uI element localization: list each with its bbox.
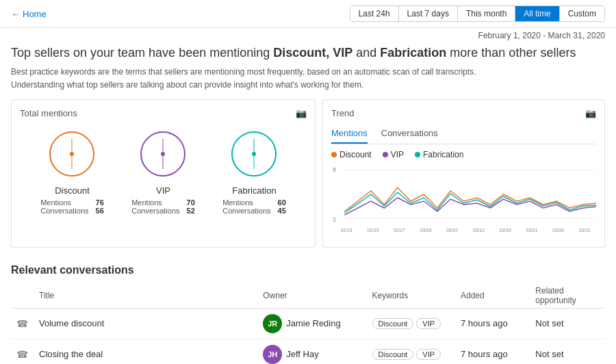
table-row[interactable]: ☎ Volume discount JR Jamie Reding Discou… [11,308,605,339]
headline-suffix: more than other sellers [446,46,576,60]
back-arrow-icon: ← [11,9,20,19]
col-owner-header: Owner [257,283,366,309]
time-filter-group: Last 24h Last 7 days This month All time… [350,5,605,22]
col-title-header: Title [34,283,257,309]
headline-keyword1: Discount, [273,46,329,60]
trend-panel: Trend 📷 Mentions Conversations Discount … [322,99,605,248]
subtext: Best practice keywords are the terms tha… [0,66,616,99]
headline-connector: and [352,46,380,60]
row-keywords: DiscountVIP [367,308,455,339]
svg-text:03/03: 03/03 [420,227,432,232]
row-keywords: DiscountVIP [367,339,455,364]
legend-dot-discount [331,152,337,157]
conversations-table: Title Owner Keywords Added Related oppor… [11,283,605,364]
legend-vip: VIP [383,150,404,159]
time-btn-thismonth[interactable]: This month [458,6,515,21]
headline-prefix: Top sellers on your team have been menti… [11,46,273,60]
tab-conversations[interactable]: Conversations [381,127,438,144]
subtext-line2: Understanding what top sellers are talki… [11,79,605,92]
fabrication-stats: Mentions60 Conversations45 [222,198,286,215]
col-opportunity-header: Related opportunity [530,283,605,309]
chart-legend: Discount VIP Fabrication [331,150,596,159]
fabrication-circle-svg [227,127,281,181]
date-range: February 1, 2020 - March 31, 2020 [0,28,616,42]
svg-text:03/26: 03/26 [552,227,564,232]
total-mentions-title: Total mentions 📷 [20,108,307,118]
svg-text:03/12: 03/12 [473,227,485,232]
headline-mid: VIP [329,46,352,60]
row-added: 7 hours ago [455,308,530,339]
circle-vip: VIP Mentions70 Conversations52 [131,127,195,215]
svg-text:02/23: 02/23 [367,227,378,232]
svg-text:2: 2 [333,216,336,222]
legend-dot-vip [383,152,388,157]
trend-share-icon[interactable]: 📷 [585,108,596,118]
svg-point-8 [252,152,256,156]
keyword-badge: VIP [416,318,441,329]
row-owner: JR Jamie Reding [257,308,366,339]
circle-fabrication: Fabrication Mentions60 Conversations45 [222,127,286,215]
legend-fabrication: Fabrication [415,150,463,159]
svg-text:03/07: 03/07 [446,227,458,232]
trend-chart: 8 2 02/19 02/23 02/27 03/03 03/07 03/12 … [331,164,596,239]
table-header-row: Title Owner Keywords Added Related oppor… [11,283,605,309]
vip-stats: Mentions70 Conversations52 [131,198,195,215]
legend-dot-fabrication [415,152,420,157]
avatar: JR [263,314,282,333]
discount-stats: Mentions76 Conversations56 [40,198,104,215]
legend-label-discount: Discount [339,150,372,159]
headline: Top sellers on your team have been menti… [0,42,616,66]
subtext-line1: Best practice keywords are the terms tha… [11,66,605,79]
row-owner: JH Jeff Hay [257,339,366,364]
panels: Total mentions 📷 Discount Mentions76 Con… [0,99,616,259]
svg-text:03/31: 03/31 [579,227,591,232]
share-icon[interactable]: 📷 [296,108,307,118]
phone-icon: ☎ [16,349,28,360]
row-title: Closing the deal [34,339,257,364]
svg-point-5 [161,152,165,156]
svg-text:02/27: 02/27 [394,227,405,232]
total-mentions-panel: Total mentions 📷 Discount Mentions76 Con… [11,99,316,248]
header: ← Home Last 24h Last 7 days This month A… [0,0,616,28]
svg-text:03/21: 03/21 [526,227,537,232]
owner-name: Jamie Reding [286,318,341,328]
fabrication-label: Fabrication [232,185,276,196]
keyword-badge: Discount [372,318,414,329]
home-link[interactable]: ← Home [11,9,47,19]
legend-label-vip: VIP [391,150,404,159]
phone-icon: ☎ [16,318,28,329]
vip-label: VIP [156,185,170,196]
legend-discount: Discount [331,150,372,159]
headline-keyword2: Fabrication [380,46,446,60]
row-title: Volume discount [34,308,257,339]
row-opportunity: Not set [530,308,605,339]
time-btn-custom[interactable]: Custom [560,6,604,21]
time-btn-last7days[interactable]: Last 7 days [399,6,458,21]
time-btn-last24h[interactable]: Last 24h [350,6,399,21]
col-keywords-header: Keywords [367,283,455,309]
svg-point-2 [70,152,74,156]
relevant-title: Relevant conversations [11,264,605,276]
svg-text:02/19: 02/19 [341,227,352,232]
legend-label-fabrication: Fabrication [423,150,463,159]
discount-circle-svg [44,127,99,181]
avatar: JH [263,345,282,364]
svg-text:8: 8 [333,166,336,172]
col-icon-header [11,283,34,309]
table-row[interactable]: ☎ Closing the deal JH Jeff Hay DiscountV… [11,339,605,364]
keyword-badge: VIP [416,349,441,360]
vip-circle-svg [136,127,190,181]
time-btn-alltime[interactable]: All time [515,6,559,21]
tab-mentions[interactable]: Mentions [331,127,368,144]
relevant-conversations: Relevant conversations Title Owner Keywo… [0,259,616,364]
row-opportunity: Not set [530,339,605,364]
circle-discount: Discount Mentions76 Conversations56 [40,127,104,215]
trend-tabs: Mentions Conversations [331,127,596,144]
home-label: Home [23,9,47,19]
owner-name: Jeff Hay [286,349,318,359]
keyword-badge: Discount [372,349,414,360]
svg-text:03/16: 03/16 [500,227,511,232]
trend-chart-svg: 8 2 02/19 02/23 02/27 03/03 03/07 03/12 … [331,164,596,239]
trend-title: Trend 📷 [331,108,596,118]
row-added: 7 hours ago [455,339,530,364]
